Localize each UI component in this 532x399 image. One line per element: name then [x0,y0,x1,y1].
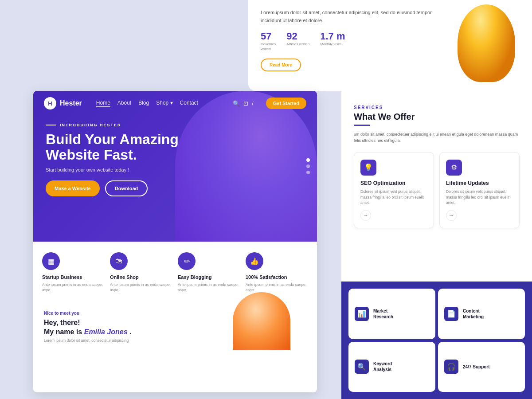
make-website-button[interactable]: Make a Website [46,180,100,196]
meet-title-line1: Hey, there! [44,319,80,326]
nav-contact[interactable]: Contact [180,100,198,107]
hero-buttons: Make a Website Download [46,180,305,196]
nav-blog[interactable]: Blog [138,100,149,107]
nav-icons: 🔍 ⊡ / [233,100,254,107]
slider-dot-3[interactable] [306,171,310,174]
stat-label-articles: Articles written [286,42,309,47]
support-icon: 🎧 [444,360,458,374]
stat-visits: 1.7 m Monthly visits [320,31,345,51]
stat-articles: 92 Articles written [286,31,309,51]
satisfaction-title: 100% Satisfaction [246,274,308,280]
service-card-updates: ⚙ Lifetime Updates Dolores sit ipsum vel… [439,152,520,228]
shop-title: Online Shop [110,274,172,280]
market-research-label: MarketResearch [373,308,393,320]
blogging-desc: Ante ipsum primis in as enda saepe, aspe… [178,282,240,293]
stat-label-visits: Monthly visits [320,42,345,47]
support-item[interactable]: 🎧 24/7 Support [438,342,525,392]
introducing-label: INTRODUCING HESTER [60,123,121,127]
services-title: What We Offer [354,112,520,122]
satisfaction-icon: 👍 [246,252,263,270]
nav-links: Home About Blog Shop ▾ Contact [96,100,198,107]
content-marketing-item[interactable]: 📄 ContentMarketing [438,289,525,339]
meet-title-line2: My name is [44,328,82,336]
stats-row: 57 Countriesvisited 92 Articles written … [261,31,449,51]
feature-shop: 🛍 Online Shop Ante ipsum primis in as en… [110,252,172,293]
startup-title: Startup Business [42,274,105,280]
services-underline [354,125,370,126]
shop-desc: Ante ipsum primis in as enda saepe, aspe… [110,282,172,293]
main-preview-card: H Hester Home About Blog Shop ▾ Contact … [33,91,317,392]
satisfaction-desc: Ante ipsum primis in as enda saepe, aspe… [246,282,308,293]
nav-shop[interactable]: Shop ▾ [156,100,172,107]
hero-content: INTRODUCING HESTER Build Your Amazing We… [33,116,317,203]
stat-label-countries: Countriesvisited [261,42,276,51]
seo-desc: Dolores sit ipsum velit purus aliquet, m… [360,189,427,206]
updates-desc: Dolores sit ipsum velit purus aliquet, m… [446,189,513,206]
nav-home[interactable]: Home [96,100,110,107]
support-label: 24/7 Support [463,364,490,370]
services-card: SERVICES What We Offer um dolor sit amet… [341,91,532,282]
top-card-content: Lorem ipsum dolor sit amet, consectetur … [248,0,532,91]
meet-name: Emilia Jones [84,328,128,336]
service-cards-grid: 💡 SEO Optimization Dolores sit ipsum vel… [354,152,520,228]
stat-countries: 57 Countriesvisited [261,31,276,51]
startup-desc: Ante ipsum primis in as enda saepe, aspe… [42,282,105,293]
nav-about[interactable]: About [117,100,131,107]
service-card-seo: 💡 SEO Optimization Dolores sit ipsum vel… [354,152,434,228]
logo: H Hester [44,97,82,110]
updates-arrow-button[interactable]: → [446,210,457,221]
services-label: SERVICES [354,105,520,110]
bottom-purple-section: 📊 MarketResearch 📄 ContentMarketing 🔍 Ke… [341,282,532,399]
feature-blogging: ✏ Easy Blogging Ante ipsum primis in as … [178,252,240,293]
market-research-icon: 📊 [355,307,369,321]
slider-dot-1[interactable] [306,158,310,162]
keyword-analysis-label: KeywordAnalysis [373,361,392,372]
logo-icon: H [44,97,56,110]
stat-number-articles: 92 [286,31,309,42]
logo-name: Hester [60,99,82,107]
seo-icon: 💡 [360,160,376,176]
hero-subtitle: Start building your own website today ! [46,167,305,172]
stat-number-countries: 57 [261,31,276,42]
introducing-line [46,125,56,125]
keyword-analysis-item[interactable]: 🔍 KeywordAnalysis [348,342,435,392]
top-card-portrait [458,9,520,82]
download-button[interactable]: Download [105,180,148,196]
introducing-text: INTRODUCING HESTER [46,123,305,127]
top-right-card: Lorem ipsum dolor sit amet, consectetur … [248,0,532,91]
hero-section: H Hester Home About Blog Shop ▾ Contact … [33,91,317,242]
top-card-text: Lorem ipsum dolor sit amet, consectetur … [261,9,449,82]
blogging-icon: ✏ [178,252,196,270]
hero-title-line1: Build Your Amazing [46,131,179,147]
feature-satisfaction: 👍 100% Satisfaction Ante ipsum primis in… [246,252,308,293]
read-more-button[interactable]: Read More [261,59,301,71]
seo-title: SEO Optimization [360,180,427,186]
hero-title: Build Your Amazing Website Fast. [46,132,305,163]
hero-title-line2: Website Fast. [46,147,137,163]
market-research-item[interactable]: 📊 MarketResearch [348,289,435,339]
lorem-paragraph: Lorem ipsum dolor sit amet, consectetur … [261,9,449,24]
menu-icon[interactable]: / [252,100,254,107]
shop-icon: 🛍 [110,252,128,270]
slider-dots [306,158,310,174]
seo-arrow-button[interactable]: → [360,210,371,221]
stat-number-visits: 1.7 m [320,31,345,42]
meet-portrait [233,292,290,350]
content-marketing-icon: 📄 [444,307,458,321]
updates-icon: ⚙ [446,160,462,176]
feature-startup: ▦ Startup Business Ante ipsum primis in … [42,252,105,293]
cart-icon[interactable]: ⊡ [243,100,248,107]
slider-dot-2[interactable] [306,164,310,168]
blogging-title: Easy Blogging [178,274,240,280]
startup-icon: ▦ [42,252,60,270]
bottom-section: Nice to meet you Hey, there! My name is … [33,304,317,350]
keyword-analysis-icon: 🔍 [355,360,369,374]
get-started-button[interactable]: Get Started [266,98,306,109]
content-marketing-label: ContentMarketing [463,308,484,320]
portrait-image [458,4,515,82]
updates-title: Lifetime Updates [446,180,513,186]
services-desc: um dolor sit amet, consectetuer adipisci… [354,131,520,144]
features-section: ▦ Startup Business Ante ipsum primis in … [33,242,317,304]
navbar: H Hester Home About Blog Shop ▾ Contact … [33,91,317,116]
search-icon[interactable]: 🔍 [233,100,240,107]
